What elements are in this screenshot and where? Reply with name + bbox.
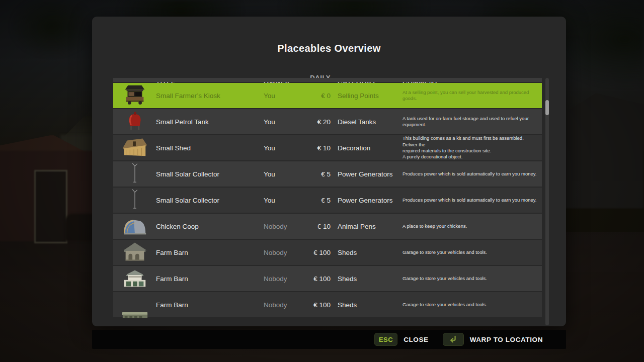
row-comment: Produces power which is sold automatical… bbox=[403, 197, 542, 203]
table-row[interactable]: Farm Barn Nobody € 100 Sheds Garage to s… bbox=[113, 240, 542, 265]
table-row[interactable]: Small Farmer’s Kiosk You € 0 Selling Poi… bbox=[113, 83, 542, 108]
row-title: Small Solar Collector bbox=[156, 197, 264, 204]
close-button[interactable]: ESC CLOSE bbox=[374, 333, 429, 346]
row-title: Farm Barn bbox=[156, 275, 264, 283]
row-category: Animal Pens bbox=[331, 223, 403, 230]
row-comment: Garage to store your vehicles and tools. bbox=[403, 302, 542, 308]
row-category: Selling Points bbox=[331, 92, 403, 100]
row-owner: Nobody bbox=[264, 223, 301, 230]
esc-key-badge: ESC bbox=[374, 333, 397, 346]
row-comment: Produces power which is sold automatical… bbox=[403, 171, 542, 177]
solar-collector-icon bbox=[120, 161, 149, 187]
grain-silo-icon bbox=[120, 78, 149, 82]
farmers-kiosk-icon bbox=[120, 83, 149, 108]
row-category: Sheds bbox=[331, 301, 403, 309]
row-title: Small Farmer’s Kiosk bbox=[156, 92, 264, 100]
row-category: Decoration bbox=[331, 144, 403, 152]
row-category: Diesel Tanks bbox=[331, 118, 403, 126]
row-owner: You bbox=[264, 118, 301, 126]
warp-to-location-label: WARP TO LOCATION bbox=[470, 336, 543, 343]
row-owner: Nobody bbox=[264, 301, 301, 309]
scrollbar-thumb[interactable] bbox=[545, 100, 549, 115]
row-category: Sheds bbox=[331, 275, 403, 283]
row-owner: You bbox=[264, 197, 301, 204]
table-viewport: Small Farmer’s Kiosk You € 0 Selling Poi… bbox=[113, 78, 542, 318]
table-row[interactable]: Farm Barn Nobody € 100 Sheds Garage to s… bbox=[113, 266, 542, 291]
row-daily-upkeep: € 100 bbox=[301, 301, 331, 309]
row-title: Small Petrol Tank bbox=[156, 118, 264, 126]
row-comment: Garage to store your vehicles and tools. bbox=[403, 249, 542, 255]
table-rows: Small Farmer’s Kiosk You € 0 Selling Poi… bbox=[113, 78, 542, 317]
table-row[interactable]: Small Petrol Tank You € 20 Diesel Tanks … bbox=[113, 109, 542, 134]
row-owner: You bbox=[264, 170, 301, 178]
row-owner: Nobody bbox=[264, 275, 301, 283]
footer-bar: ESC CLOSE WARP TO LOCATION bbox=[92, 330, 566, 349]
table-row[interactable]: Small Solar Collector You € 5 Power Gene… bbox=[113, 188, 542, 213]
farm-barn-icon bbox=[120, 240, 149, 265]
row-daily-upkeep: € 0 bbox=[301, 92, 331, 100]
row-daily-upkeep: € 100 bbox=[301, 249, 331, 256]
farm-barn-white-icon bbox=[120, 266, 149, 291]
row-owner: Nobody bbox=[264, 249, 301, 256]
row-title: Farm Barn bbox=[156, 301, 264, 309]
close-label: CLOSE bbox=[404, 336, 429, 343]
scrollbar-track[interactable] bbox=[545, 78, 549, 325]
row-title: Small Solar Collector bbox=[156, 170, 264, 178]
row-daily-upkeep: € 5 bbox=[301, 197, 331, 204]
petrol-tank-icon bbox=[120, 109, 149, 134]
return-arrow-icon bbox=[443, 333, 464, 346]
farm-barn-green-icon bbox=[120, 292, 149, 317]
table-row[interactable]: Chicken Coop Nobody € 10 Animal Pens A p… bbox=[113, 214, 542, 239]
row-daily-upkeep: € 10 bbox=[301, 144, 331, 152]
row-category: Power Generators bbox=[331, 170, 403, 178]
row-daily-upkeep: € 100 bbox=[301, 275, 331, 283]
warp-to-location-button[interactable]: WARP TO LOCATION bbox=[443, 333, 543, 346]
row-owner: You bbox=[264, 92, 301, 100]
table-row[interactable] bbox=[113, 78, 542, 82]
chicken-coop-icon bbox=[120, 214, 149, 239]
placeables-overview-dialog: Placeables Overview TITLE OWNER DAILY UP… bbox=[92, 17, 566, 326]
row-owner: You bbox=[264, 144, 301, 152]
page-title: Placeables Overview bbox=[92, 43, 566, 54]
row-comment: Garage to store your vehicles and tools. bbox=[403, 276, 542, 282]
row-daily-upkeep: € 10 bbox=[301, 223, 331, 230]
table-row[interactable]: Farm Barn Nobody € 100 Sheds Garage to s… bbox=[113, 292, 542, 317]
solar-collector-icon bbox=[120, 188, 149, 213]
row-daily-upkeep: € 20 bbox=[301, 118, 331, 126]
row-comment: This building comes as a kit and must fi… bbox=[403, 135, 542, 160]
row-category: Sheds bbox=[331, 249, 403, 256]
row-comment: At a selling point, you can sell your ha… bbox=[403, 89, 542, 102]
row-title: Chicken Coop bbox=[156, 223, 264, 230]
row-comment: A tank used for on-farm fuel storage and… bbox=[403, 116, 542, 128]
row-daily-upkeep: € 5 bbox=[301, 170, 331, 178]
row-title: Farm Barn bbox=[156, 249, 264, 256]
table-row[interactable]: Small Shed You € 10 Decoration This buil… bbox=[113, 135, 542, 160]
shed-icon bbox=[120, 135, 149, 160]
row-title: Small Shed bbox=[156, 144, 264, 152]
row-comment: A place to keep your chickens. bbox=[403, 223, 542, 229]
table-row[interactable]: Small Solar Collector You € 5 Power Gene… bbox=[113, 161, 542, 187]
row-category: Power Generators bbox=[331, 197, 403, 204]
